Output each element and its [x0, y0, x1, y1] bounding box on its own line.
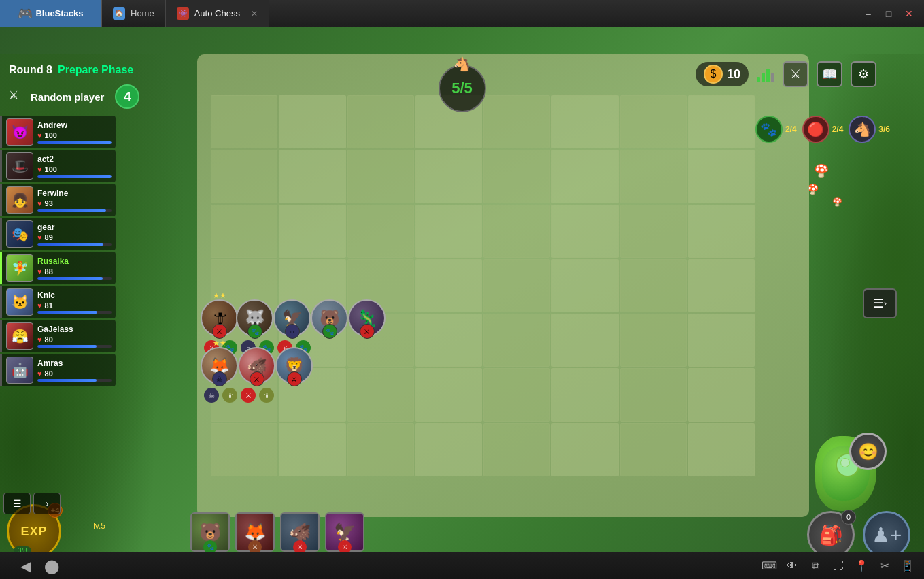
board-cell[interactable] [347, 95, 414, 148]
fullscreen-icon[interactable]: ⛶ [829, 557, 848, 576]
board-cell[interactable] [415, 314, 482, 367]
journal-icon-btn[interactable]: 📖 [817, 61, 842, 87]
player-data: Rusalka ♥ 88 [37, 257, 112, 280]
board-cell[interactable] [279, 150, 345, 203]
swords-icon-btn[interactable]: ⚔ [783, 61, 808, 87]
board-cell[interactable] [551, 95, 618, 148]
sort-button[interactable]: ☰ › [863, 288, 897, 318]
settings-icon-btn[interactable]: ⚙ [851, 61, 876, 87]
board-cell[interactable] [551, 150, 618, 203]
home-nav-icon[interactable]: ⬤ [44, 558, 59, 574]
health-bar-container: ♥ 100 [37, 131, 112, 139]
player-avatar: 🎩 [6, 152, 33, 180]
board-cell[interactable] [620, 314, 687, 367]
board-cell[interactable] [688, 314, 755, 367]
home-tab-label: Home [131, 8, 154, 18]
board-cell[interactable] [483, 259, 550, 312]
board-cell[interactable] [483, 150, 550, 203]
player-entry[interactable]: 😈 Andrew ♥ 100 [0, 116, 116, 148]
piece-count-display: 🐴 5/5 [439, 65, 486, 112]
board-cell[interactable] [620, 423, 687, 476]
close-button[interactable]: ✕ [900, 4, 919, 23]
board-cell[interactable] [211, 423, 277, 476]
board-cell[interactable] [415, 259, 482, 312]
board-cell[interactable] [551, 205, 618, 258]
board-cell[interactable] [551, 259, 618, 312]
keyboard-icon[interactable]: ⌨ [759, 557, 778, 576]
board-cell[interactable] [620, 150, 687, 203]
player-entry[interactable]: 🎭 gear ♥ 89 [0, 218, 116, 250]
board-cell[interactable] [279, 95, 345, 148]
health-fill [37, 345, 97, 348]
board-cell[interactable] [688, 95, 755, 148]
beast-count: 2/4 [785, 125, 797, 134]
board-cell[interactable] [347, 423, 414, 476]
scissors-icon[interactable]: ✂ [875, 557, 894, 576]
board-cell[interactable] [551, 368, 618, 421]
close-tab-icon[interactable]: ✕ [251, 9, 258, 18]
board-cell[interactable] [279, 205, 345, 258]
menu-expand-button[interactable]: › [33, 493, 61, 514]
bench-piece-2[interactable]: 🦊 ⚔ [235, 512, 275, 552]
menu-hamburger-button[interactable]: ☰ [3, 493, 31, 514]
maximize-button[interactable]: □ [879, 4, 898, 23]
board-cell[interactable] [688, 259, 755, 312]
board-cell[interactable] [211, 95, 277, 148]
player-entry[interactable]: 😤 GaJelass ♥ 80 [0, 320, 116, 352]
bench-piece-3[interactable]: 🐗 ⚔ [280, 512, 320, 552]
back-icon[interactable]: ◀ [20, 558, 31, 574]
board-cell[interactable] [688, 368, 755, 421]
piece-7[interactable]: 🐗 ⚔ [238, 347, 275, 384]
board-cell[interactable] [620, 368, 687, 421]
player-avatar: 🧚 [6, 254, 33, 282]
board-cell[interactable] [620, 259, 687, 312]
board-cell[interactable] [415, 205, 482, 258]
board-cell[interactable] [688, 150, 755, 203]
minimize-button[interactable]: – [859, 4, 878, 23]
board-cell[interactable] [483, 423, 550, 476]
board-cell[interactable] [347, 150, 414, 203]
board-cell[interactable] [211, 205, 277, 258]
location-icon[interactable]: 📍 [852, 557, 871, 576]
player-entry[interactable]: 👧 Ferwine ♥ 93 [0, 184, 116, 216]
board-cell[interactable] [688, 205, 755, 258]
piece-2[interactable]: 🐺 🐾 [236, 299, 273, 337]
board-cell[interactable] [483, 205, 550, 258]
board-cell[interactable] [620, 95, 687, 148]
board-cell[interactable] [415, 423, 482, 476]
board-cell[interactable] [347, 368, 414, 421]
player-entry[interactable]: 🤖 Amras ♥ 80 [0, 354, 116, 386]
phase-label: Prepare Phase [58, 64, 133, 76]
piece-8[interactable]: 🦁 ⚔ [275, 347, 313, 384]
board-cell[interactable] [483, 95, 550, 148]
eye-icon[interactable]: 👁 [783, 557, 802, 576]
board-cell[interactable] [347, 205, 414, 258]
board-cell[interactable] [551, 314, 618, 367]
piece-3[interactable]: 🦅 ○ [273, 299, 311, 337]
board-cell[interactable] [483, 314, 550, 367]
board-cell[interactable] [279, 423, 345, 476]
game-tab-icon: 👾 [177, 7, 189, 20]
mobile-icon[interactable]: 📱 [898, 557, 917, 576]
board-cell[interactable] [483, 368, 550, 421]
piece-6[interactable]: 🦊 ★★ ☠ [201, 347, 238, 384]
piece-5[interactable]: 🦎 ⚔ [348, 299, 386, 337]
player-entry[interactable]: 🐱 Knic ♥ 81 [0, 286, 116, 318]
player-entry[interactable]: 🎩 act2 ♥ 100 [0, 150, 116, 182]
tab-game[interactable]: 👾 Auto Chess ✕ [166, 0, 269, 27]
multi-instance-icon[interactable]: ⧉ [806, 557, 825, 576]
board-cell[interactable] [688, 423, 755, 476]
board-cell[interactable] [211, 150, 277, 203]
bench-piece-4[interactable]: 🦅 ⚔ [325, 512, 364, 552]
board-cell[interactable] [551, 423, 618, 476]
board-cell[interactable] [415, 368, 482, 421]
emote-button[interactable]: 😊 [849, 433, 887, 470]
board-cell[interactable] [415, 150, 482, 203]
health-value: 100 [45, 165, 57, 173]
board-cell[interactable] [620, 205, 687, 258]
piece-1[interactable]: 🗡 ★★ ⚔ [201, 299, 238, 337]
player-entry[interactable]: 🧚 Rusalka ♥ 88 [0, 252, 116, 284]
piece-4[interactable]: 🐻 🐾 [311, 299, 348, 337]
bench-piece-1[interactable]: 🐻 🐾 [190, 512, 230, 552]
tab-home[interactable]: 🏠 Home [102, 0, 166, 27]
